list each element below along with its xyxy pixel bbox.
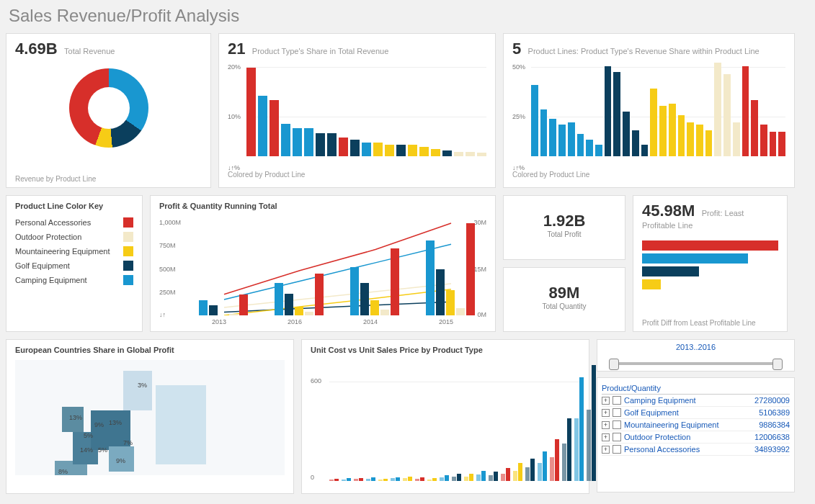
- legend-item[interactable]: Golf Equipment: [15, 261, 133, 271]
- bar[interactable]: [442, 150, 452, 156]
- bar-price[interactable]: [371, 477, 375, 481]
- bar[interactable]: [380, 310, 389, 315]
- bar[interactable]: [391, 248, 399, 315]
- bar[interactable]: [360, 283, 369, 315]
- hbar-chart[interactable]: [642, 240, 778, 289]
- bar-price[interactable]: [347, 478, 351, 481]
- bar[interactable]: [350, 267, 359, 315]
- bar[interactable]: [281, 124, 290, 157]
- bar-price[interactable]: [530, 459, 535, 481]
- bar[interactable]: [477, 153, 486, 156]
- bar-cost[interactable]: [550, 457, 554, 481]
- bar-price[interactable]: [567, 418, 571, 481]
- bar-cost[interactable]: [476, 474, 481, 481]
- bar-cost[interactable]: [415, 479, 419, 481]
- bar[interactable]: [641, 145, 649, 156]
- bar-price[interactable]: [445, 475, 449, 481]
- checkbox[interactable]: [613, 420, 621, 429]
- slider-handle-left[interactable]: [609, 359, 619, 370]
- bar-cost[interactable]: [440, 477, 444, 481]
- tree-row[interactable]: +Golf Equipment5106389: [602, 407, 790, 419]
- bar[interactable]: [295, 307, 303, 315]
- bar[interactable]: [687, 122, 694, 156]
- bar-cost[interactable]: [464, 477, 468, 481]
- bar[interactable]: [419, 147, 429, 156]
- bar-price[interactable]: [359, 478, 363, 481]
- bar-price[interactable]: [481, 471, 486, 481]
- bar[interactable]: [742, 66, 749, 156]
- legend-item[interactable]: Camping Equipment: [15, 275, 133, 285]
- bar[interactable]: [229, 314, 238, 315]
- year-slider[interactable]: [610, 359, 781, 369]
- sort-icon[interactable]: ↓↑: [159, 311, 166, 318]
- bar[interactable]: [275, 283, 283, 315]
- bar[interactable]: [760, 125, 767, 156]
- bar[interactable]: [659, 106, 667, 156]
- bar[interactable]: [531, 85, 538, 156]
- bar-cost[interactable]: [342, 480, 346, 481]
- bar-price[interactable]: [420, 477, 424, 481]
- expand-icon[interactable]: +: [602, 421, 610, 429]
- bar[interactable]: [678, 115, 685, 156]
- bar[interactable]: [305, 312, 313, 315]
- checkbox[interactable]: [613, 396, 621, 405]
- bar[interactable]: [714, 63, 721, 156]
- bar-cost[interactable]: [489, 475, 493, 481]
- bar[interactable]: [751, 100, 758, 156]
- combo-chart[interactable]: 1,000M 750M 500M 250M ↓↑ 30M 15M 0M 2013…: [188, 215, 462, 315]
- bar[interactable]: [327, 133, 337, 157]
- bar[interactable]: [239, 294, 248, 315]
- bar-price[interactable]: [592, 365, 596, 481]
- expand-icon[interactable]: +: [602, 446, 610, 454]
- bar[interactable]: [285, 294, 293, 315]
- hbar[interactable]: [642, 266, 699, 276]
- bar-cost[interactable]: [378, 480, 383, 481]
- bar-cost[interactable]: [329, 480, 334, 481]
- checkbox[interactable]: [613, 445, 621, 454]
- bar-price[interactable]: [555, 439, 559, 481]
- bar[interactable]: [595, 145, 602, 156]
- bar-price[interactable]: [432, 478, 437, 481]
- bar-price[interactable]: [506, 468, 510, 481]
- bar-cost[interactable]: [562, 444, 566, 481]
- legend-item[interactable]: Mountaineering Equipment: [15, 246, 133, 256]
- hbar[interactable]: [642, 253, 748, 264]
- bar[interactable]: [385, 145, 394, 156]
- bar[interactable]: [466, 223, 475, 315]
- bar[interactable]: [370, 300, 379, 315]
- bar-price[interactable]: [543, 451, 547, 481]
- tree-row[interactable]: +Camping Equipment27280009: [602, 395, 790, 407]
- bar-price[interactable]: [469, 474, 473, 481]
- bar-price[interactable]: [457, 474, 461, 481]
- bar[interactable]: [431, 149, 440, 156]
- bar[interactable]: [426, 240, 435, 315]
- bar-cost[interactable]: [538, 463, 542, 481]
- bar[interactable]: [540, 109, 548, 156]
- bar-price[interactable]: [334, 479, 339, 481]
- legend-item[interactable]: Outdoor Protection: [15, 232, 133, 242]
- bar[interactable]: [446, 290, 455, 315]
- bar-cost[interactable]: [587, 410, 591, 481]
- bar[interactable]: [770, 132, 777, 156]
- bar[interactable]: [733, 122, 740, 156]
- bar-price[interactable]: [396, 477, 400, 481]
- bar-cost[interactable]: [501, 474, 505, 481]
- bar[interactable]: [339, 138, 348, 156]
- bar[interactable]: [568, 122, 575, 156]
- checkbox[interactable]: [613, 408, 621, 417]
- bar[interactable]: [436, 269, 445, 315]
- bar-cost[interactable]: [427, 480, 432, 481]
- tree-row[interactable]: +Outdoor Protection12006638: [602, 431, 790, 444]
- bar[interactable]: [270, 100, 279, 156]
- bar-price[interactable]: [383, 479, 388, 481]
- bar[interactable]: [549, 119, 556, 156]
- hbar[interactable]: [642, 240, 778, 251]
- bar[interactable]: [209, 305, 218, 315]
- bar[interactable]: [293, 128, 302, 156]
- tree-row[interactable]: +Mountaineering Equipment9886384: [602, 419, 790, 431]
- bar-price[interactable]: [494, 472, 498, 481]
- bar[interactable]: [466, 152, 475, 157]
- expand-icon[interactable]: +: [602, 409, 610, 417]
- bar[interactable]: [350, 140, 360, 156]
- bar-cost[interactable]: [452, 477, 456, 481]
